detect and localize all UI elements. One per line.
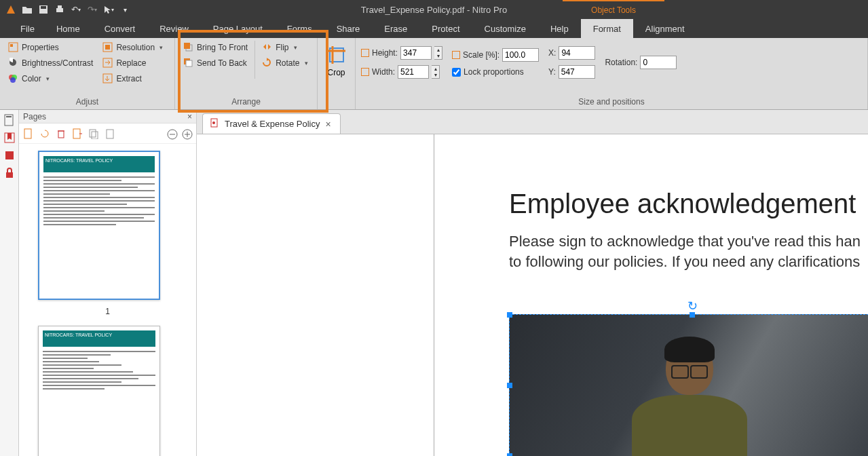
resize-handle-w[interactable] (507, 383, 512, 388)
extract-button[interactable]: Extract (100, 72, 166, 85)
svg-rect-4 (9, 43, 18, 52)
lock-proportions-checkbox[interactable] (452, 68, 461, 77)
page-new-icon[interactable] (23, 128, 34, 139)
width-icon (361, 68, 369, 76)
bookmarks-icon[interactable] (3, 132, 16, 144)
qat-customize-icon[interactable]: ▾ (119, 4, 130, 15)
page-thumbnails[interactable]: NITROCARS: TRAVEL POLICY 1 NITROCARS: TR… (19, 144, 196, 456)
svg-rect-20 (6, 116, 12, 117)
menu-format[interactable]: Format (581, 19, 633, 38)
svg-rect-5 (10, 44, 13, 47)
x-label: X: (548, 48, 556, 58)
ribbon-group-adjust: Properties Brightness/Contrast Color▾ Re… (0, 38, 175, 109)
menu-forms[interactable]: Forms (275, 19, 324, 38)
resolution-button[interactable]: Resolution▾ (100, 41, 166, 54)
menu-page-layout[interactable]: Page Layout (201, 19, 275, 38)
width-input[interactable] (398, 65, 429, 79)
replace-button[interactable]: Replace (100, 56, 166, 69)
menu-convert[interactable]: Convert (92, 19, 148, 38)
thumb-header: NITROCARS: TRAVEL POLICY (43, 156, 155, 172)
resize-handle-nw[interactable] (507, 312, 512, 318)
redo-icon[interactable]: ↷ ▾ (87, 4, 98, 15)
menu-alignment[interactable]: Alignment (633, 19, 697, 38)
pages-panel-icon[interactable] (3, 114, 16, 126)
page-paste-icon[interactable] (105, 128, 115, 139)
ribbon: Properties Brightness/Contrast Color▾ Re… (0, 38, 868, 110)
page-copy-icon[interactable] (88, 128, 99, 139)
svg-rect-17 (186, 60, 192, 66)
resize-handle-sw[interactable] (507, 453, 512, 456)
arrange-group-label: Arrange (181, 97, 312, 108)
rotation-label: Rotation: (605, 58, 637, 67)
crop-button[interactable]: Crop (323, 41, 350, 77)
pages-panel-close-icon[interactable]: × (187, 112, 192, 121)
rotate-button[interactable]: Rotate▾ (259, 56, 310, 69)
zoom-out-icon[interactable] (166, 128, 177, 139)
properties-button[interactable]: Properties (5, 41, 96, 54)
menu-file[interactable]: File (11, 19, 44, 38)
flip-label: Flip (276, 43, 288, 52)
object-tools-tab[interactable]: Object Tools (563, 0, 664, 19)
print-icon[interactable] (54, 4, 65, 15)
svg-rect-27 (90, 130, 96, 137)
menu-protect[interactable]: Protect (419, 19, 472, 38)
svg-rect-15 (184, 43, 190, 49)
resolution-label: Resolution (116, 43, 155, 52)
page-thumbnail-2[interactable]: NITROCARS: TRAVEL POLICY (38, 326, 160, 456)
menu-review[interactable]: Review (147, 19, 201, 38)
svg-rect-25 (58, 131, 64, 138)
page-content: Employee acknowledgement Please sign to … (434, 134, 868, 456)
security-icon[interactable] (3, 167, 16, 179)
document-tab[interactable]: Travel & Expense Policy × (202, 113, 341, 134)
workspace: Pages × NITROCARS: TRAVEL POLICY 1 (0, 110, 868, 456)
tab-file-icon (210, 118, 219, 130)
quick-access-toolbar: ↶ ▾ ↷ ▾ ▾ ▾ (0, 4, 130, 15)
document-tab-bar: Travel & Expense Policy × (197, 110, 868, 134)
flip-button[interactable]: Flip▾ (259, 41, 310, 54)
selected-image[interactable]: ↻ ✥ (509, 314, 868, 456)
menu-help[interactable]: Help (538, 19, 581, 38)
page-delete-icon[interactable] (56, 128, 67, 139)
window-title: Travel_Expense Policy.pdf - Nitro Pro (361, 5, 507, 15)
cursor-icon[interactable]: ▾ (103, 4, 114, 15)
brightness-button[interactable]: Brightness/Contrast (5, 56, 96, 69)
width-spinner[interactable]: ▴▾ (432, 65, 440, 79)
rotation-input[interactable] (640, 56, 677, 69)
height-icon (361, 49, 369, 57)
rotate-handle-icon[interactable]: ↻ (687, 299, 698, 314)
page-margin (197, 134, 434, 456)
left-icon-bar (0, 110, 19, 456)
save-icon[interactable] (38, 4, 49, 15)
open-icon[interactable] (22, 4, 33, 15)
page-rotate-icon[interactable] (39, 128, 50, 139)
image-subject (618, 334, 754, 456)
signatures-icon[interactable] (3, 149, 16, 162)
menu-erase[interactable]: Erase (372, 19, 419, 38)
properties-label: Properties (22, 43, 59, 52)
svg-rect-23 (6, 172, 13, 178)
menu-share[interactable]: Share (324, 19, 373, 38)
x-input[interactable] (559, 46, 595, 60)
document-canvas[interactable]: Employee acknowledgement Please sign to … (197, 134, 868, 456)
menu-home[interactable]: Home (44, 19, 92, 38)
page-extract-icon[interactable] (72, 128, 83, 139)
undo-icon[interactable]: ↶ ▾ (71, 4, 81, 15)
bring-to-front-button[interactable]: Bring To Front (181, 41, 250, 54)
zoom-in-icon[interactable] (181, 128, 192, 139)
svg-rect-3 (58, 5, 62, 8)
menu-customize[interactable]: Customize (472, 19, 538, 38)
height-spinner[interactable]: ▴▾ (434, 46, 442, 60)
document-area: Travel & Expense Policy × Employee ackno… (197, 110, 868, 456)
tab-close-icon[interactable]: × (325, 119, 333, 130)
lock-proportions-label: Lock proportions (464, 67, 524, 77)
svg-point-33 (212, 121, 215, 124)
y-input[interactable] (559, 65, 595, 79)
color-button[interactable]: Color▾ (5, 72, 96, 85)
resize-handle-n[interactable] (690, 312, 695, 318)
ribbon-group-arrange: Bring To Front Send To Back Flip▾ Rotate… (175, 38, 318, 109)
height-input[interactable] (400, 46, 432, 60)
send-to-back-button[interactable]: Send To Back (181, 56, 250, 69)
scale-input[interactable] (502, 48, 539, 62)
size-group-label: Size and positions (361, 97, 862, 108)
page-thumbnail-1[interactable]: NITROCARS: TRAVEL POLICY (38, 151, 160, 300)
